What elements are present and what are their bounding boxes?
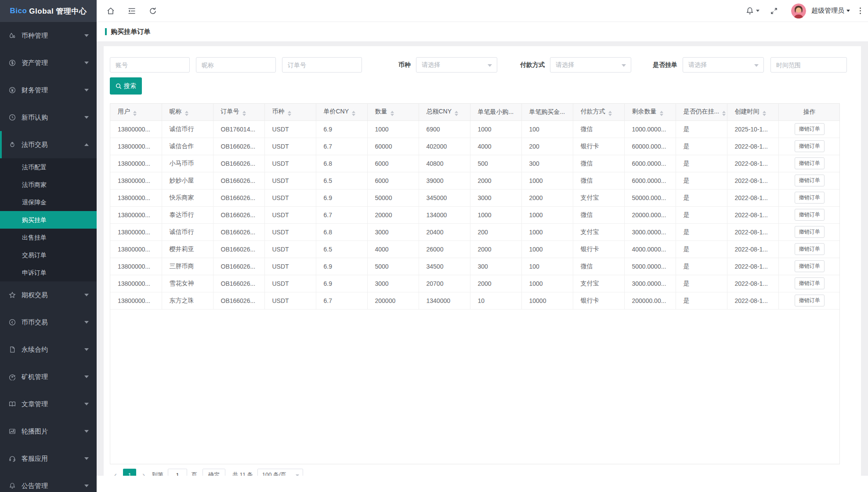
- chevron-down-icon: [84, 375, 89, 378]
- sidebar-item[interactable]: 新币认购: [0, 104, 97, 131]
- fold-menu-icon[interactable]: [127, 7, 136, 15]
- table-cell: 60000: [367, 138, 419, 155]
- cancel-order-button[interactable]: 撤销订单: [795, 260, 825, 272]
- column-header[interactable]: 昵称: [162, 104, 213, 120]
- table-cell: 6.9: [316, 120, 367, 138]
- sort-icon: [722, 111, 726, 116]
- sidebar-subitem[interactable]: 退保障金: [0, 193, 97, 211]
- table-cell: OB166026...: [213, 223, 264, 241]
- confirm-button[interactable]: 确定: [203, 469, 225, 476]
- table-cell-actions: 撤销订单: [778, 155, 840, 172]
- table-cell: USDT: [264, 172, 316, 189]
- sidebar-subitem-active[interactable]: 购买挂单: [0, 211, 97, 229]
- table-row: 13800000...诚信合作OB166026...USDT6.76000040…: [110, 138, 840, 155]
- jump-page-input[interactable]: [168, 469, 187, 476]
- sidebar-item[interactable]: 法币交易: [0, 131, 97, 158]
- pagination: ‹ 1 › 到第 页 确定 共 11 条 100 条/页: [110, 469, 861, 476]
- table-cell: 2000: [470, 241, 521, 258]
- home-icon[interactable]: [106, 7, 115, 15]
- table-cell: 是: [676, 223, 727, 241]
- cancel-order-button[interactable]: 撤销订单: [795, 123, 825, 135]
- sidebar-subitem[interactable]: 出售挂单: [0, 229, 97, 246]
- avatar[interactable]: [791, 4, 806, 18]
- payment-select[interactable]: 请选择: [550, 57, 631, 73]
- coin-select[interactable]: 请选择: [416, 57, 497, 73]
- column-header[interactable]: 剩余数量: [624, 104, 676, 120]
- table-cell: 2022-08-1...: [727, 206, 778, 223]
- sidebar-item[interactable]: 币种管理: [0, 22, 97, 49]
- chevron-down-icon: [84, 430, 89, 433]
- sidebar-item[interactable]: 客服应用: [0, 445, 97, 472]
- sidebar-item[interactable]: 文章管理: [0, 390, 97, 418]
- cancel-order-button[interactable]: 撤销订单: [795, 295, 825, 306]
- cancel-order-button[interactable]: 撤销订单: [795, 157, 825, 169]
- nickname-input[interactable]: [196, 57, 276, 73]
- cancel-order-button[interactable]: 撤销订单: [795, 175, 825, 186]
- sort-icon: [185, 111, 188, 116]
- column-header[interactable]: 是否仍在挂...: [676, 104, 727, 120]
- cancel-order-button[interactable]: 撤销订单: [795, 192, 825, 204]
- sidebar-item[interactable]: 资产管理: [0, 49, 97, 77]
- notifications-button[interactable]: [745, 7, 760, 15]
- cancel-order-button[interactable]: 撤销订单: [795, 140, 825, 152]
- table-cell: OB166026...: [213, 138, 264, 155]
- chevron-down-icon: [84, 34, 89, 37]
- table-cell: 微信: [573, 155, 624, 172]
- sidebar-subitem[interactable]: 交易订单: [0, 246, 97, 264]
- sidebar-item[interactable]: 轮播图片: [0, 418, 97, 445]
- account-input[interactable]: [110, 57, 190, 73]
- table-cell: 200000.00...: [624, 292, 676, 309]
- cancel-order-button[interactable]: 撤销订单: [795, 209, 825, 221]
- column-header[interactable]: 订单号: [213, 104, 264, 120]
- column-header-label: 创建时间: [735, 108, 760, 115]
- sidebar-subitem[interactable]: 法币配置: [0, 158, 97, 176]
- table-cell: 13800000...: [110, 275, 162, 292]
- column-header[interactable]: 总额CNY: [419, 104, 470, 120]
- is-listed-select[interactable]: 请选择: [683, 57, 764, 73]
- table-cell: 支付宝: [573, 275, 624, 292]
- is-listed-label: 是否挂单: [653, 61, 677, 69]
- sort-icon: [352, 111, 355, 116]
- order-no-input[interactable]: [282, 57, 362, 73]
- sidebar-item[interactable]: 币币交易: [0, 309, 97, 336]
- time-range-input[interactable]: [770, 57, 847, 73]
- column-header-label: 剩余数量: [632, 108, 657, 115]
- exchange-icon: [9, 319, 16, 326]
- sidebar-item[interactable]: 公告管理: [0, 472, 97, 492]
- fullscreen-icon[interactable]: [770, 7, 778, 15]
- table-cell: 6.8: [316, 155, 367, 172]
- cancel-order-button[interactable]: 撤销订单: [795, 226, 825, 238]
- column-header[interactable]: 币种: [264, 104, 316, 120]
- column-header-label: 单价CNY: [324, 108, 349, 115]
- table-cell: 银行卡: [573, 138, 624, 155]
- table-cell: 13800000...: [110, 206, 162, 223]
- sidebar-subitem[interactable]: 法币商家: [0, 176, 97, 193]
- kebab-menu-icon[interactable]: [860, 7, 861, 14]
- payment-select-placeholder: 请选择: [556, 61, 574, 69]
- column-header[interactable]: 单价CNY: [316, 104, 367, 120]
- column-header[interactable]: 数量: [367, 104, 419, 120]
- table-cell-actions: 撤销订单: [778, 120, 840, 138]
- column-header[interactable]: 创建时间: [727, 104, 778, 120]
- cancel-order-button[interactable]: 撤销订单: [795, 277, 825, 289]
- column-header[interactable]: 付款方式: [573, 104, 624, 120]
- user-menu[interactable]: 超级管理员: [811, 7, 850, 15]
- sidebar-item[interactable]: 永续合约: [0, 336, 97, 363]
- chevron-down-icon: [84, 403, 89, 405]
- table-cell: 402000: [419, 138, 470, 155]
- topbar: 超级管理员: [97, 0, 868, 22]
- sidebar-item[interactable]: 期权交易: [0, 281, 97, 309]
- sidebar-item[interactable]: 财务管理: [0, 77, 97, 104]
- cancel-order-button[interactable]: 撤销订单: [795, 243, 825, 255]
- refresh-icon[interactable]: [148, 7, 157, 15]
- announcement-icon: [9, 482, 16, 489]
- sidebar-item[interactable]: 矿机管理: [0, 363, 97, 390]
- sidebar-subitem[interactable]: 申诉订单: [0, 264, 97, 281]
- page-1-button[interactable]: 1: [123, 469, 136, 476]
- column-header[interactable]: 用户: [110, 104, 162, 120]
- search-button[interactable]: 搜索: [110, 77, 142, 95]
- table-cell: 支付宝: [573, 189, 624, 206]
- next-page-button[interactable]: ›: [138, 469, 149, 476]
- page-size-select[interactable]: 100 条/页: [257, 469, 303, 476]
- prev-page-button[interactable]: ‹: [110, 469, 121, 476]
